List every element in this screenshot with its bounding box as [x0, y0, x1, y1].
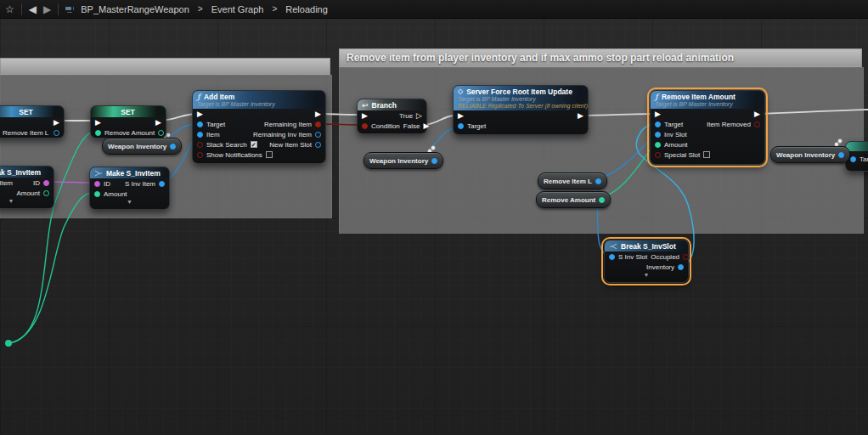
- pin-occupied[interactable]: [683, 254, 689, 260]
- pin-condition[interactable]: [362, 123, 368, 129]
- node-server-force-root-item-update[interactable]: Server Force Root Item Update Target is …: [453, 85, 589, 135]
- toolbar-divider: [21, 3, 22, 15]
- break-struct-icon: [609, 243, 617, 250]
- pin-remove-item-l[interactable]: [595, 178, 601, 184]
- blueprint-event-graph: BP_MasterRangeWeapon > Event Graph > Rel…: [0, 0, 868, 435]
- collapse-arrow-icon[interactable]: [90, 199, 169, 207]
- exec-in-pin[interactable]: [362, 112, 368, 120]
- id-wire: [48, 182, 93, 183]
- pin-target[interactable]: [850, 156, 856, 162]
- blueprint-graph-icon: [65, 6, 74, 13]
- collapse-arrow-icon[interactable]: [605, 272, 688, 280]
- node-title: Break S_InvItem: [0, 168, 41, 177]
- pin-target[interactable]: [197, 121, 203, 127]
- false-exec-pin[interactable]: [423, 122, 429, 130]
- branch-icon: [362, 101, 369, 110]
- pin-id-out[interactable]: [43, 180, 49, 186]
- function-icon: [655, 93, 658, 101]
- node-subtitle: Target is BP Master Inventory: [197, 101, 320, 108]
- pin-inventory[interactable]: [678, 264, 684, 270]
- node-remove-item-amount[interactable]: Remove Item Amount Target is BP Master I…: [650, 90, 765, 165]
- node-subtitle: Target is BP Master Inventory: [458, 96, 583, 103]
- node-title: Remove Item Amount: [662, 93, 736, 101]
- node-title: Server Force Root Item Update: [466, 88, 572, 96]
- pin-remaining-item[interactable]: [315, 121, 321, 127]
- breadcrumb-event-graph[interactable]: Event Graph: [211, 4, 264, 14]
- pin-weapon-inventory[interactable]: [170, 144, 176, 150]
- node-make-s-invitem[interactable]: Make S_InvItem ID S Inv Item Amount: [89, 167, 170, 210]
- server-rpc-icon: [458, 88, 463, 96]
- pill-weapon-inventory[interactable]: Weapon Inventory: [102, 138, 182, 155]
- stack-search-checkbox[interactable]: [251, 141, 257, 148]
- exec-in-pin[interactable]: [458, 112, 464, 120]
- pill-weapon-inventory[interactable]: Weapon Inventory: [364, 152, 443, 169]
- node-title: SET: [91, 106, 166, 117]
- pill-remove-item-l[interactable]: Remove Item L: [538, 172, 607, 189]
- wire-layer: [0, 0, 868, 435]
- special-slot-checkbox[interactable]: [703, 151, 710, 158]
- make-struct-icon: [94, 170, 103, 177]
- pin-remaining-inv-item[interactable]: [315, 132, 321, 138]
- pin-amount-out[interactable]: [43, 190, 49, 196]
- pin-weapon-inventory[interactable]: [838, 152, 844, 158]
- node-branch[interactable]: Branch True Condition False: [357, 99, 427, 134]
- pin-target[interactable]: [655, 121, 661, 127]
- pin-output-value[interactable]: [54, 130, 59, 136]
- breadcrumb-toolbar: BP_MasterRangeWeapon > Event Graph > Rel…: [0, 0, 868, 19]
- collapse-arrow-icon[interactable]: [0, 198, 54, 206]
- exec-out-pin[interactable]: [54, 119, 59, 127]
- show-notifications-checkbox[interactable]: [266, 151, 273, 158]
- node-set-remove-amount[interactable]: SET Remove Amount: [90, 105, 166, 138]
- pin-item[interactable]: [197, 132, 203, 138]
- breadcrumb-separator: >: [270, 4, 279, 14]
- node-add-item[interactable]: Add Item Target is BP Master Inventory T…: [192, 90, 326, 164]
- exec-out-pin[interactable]: [754, 110, 760, 118]
- pin-output-value[interactable]: [158, 130, 164, 136]
- breadcrumb-blueprint[interactable]: BP_MasterRangeWeapon: [81, 4, 189, 14]
- exec-out-pin[interactable]: [315, 110, 321, 118]
- int-wires: [8, 131, 654, 343]
- pin-remove-amount[interactable]: [599, 197, 605, 203]
- reroute-node-green: [5, 340, 12, 347]
- node-title: Branch: [372, 101, 397, 110]
- bookmark-star-icon[interactable]: [5, 4, 14, 14]
- toolbar-divider: [58, 3, 59, 15]
- pin-inv-slot[interactable]: [655, 132, 661, 138]
- exec-in-pin[interactable]: [95, 119, 101, 127]
- pin-s-inv-slot[interactable]: [609, 254, 615, 260]
- breadcrumb-reloading[interactable]: Reloading: [285, 4, 328, 14]
- exec-in-pin[interactable]: [197, 110, 203, 118]
- function-icon: [197, 93, 200, 101]
- node-break-s-invslot[interactable]: Break S_InvSlot S Inv Slot Occupied Inve…: [604, 240, 689, 283]
- pin-special-slot[interactable]: [655, 152, 661, 158]
- pin-weapon-inventory[interactable]: [431, 158, 437, 164]
- node-title: Break S_InvSlot: [621, 242, 676, 251]
- node-title: Add Item: [204, 93, 234, 101]
- forward-arrow-icon[interactable]: [43, 4, 51, 14]
- pin-item-removed[interactable]: [754, 121, 760, 127]
- node-title: SET: [0, 106, 64, 117]
- pin-show-notifications[interactable]: [197, 152, 203, 158]
- node-subtitle-replication: RELIABLE Replicated To Server (if owning…: [458, 103, 583, 110]
- node-subtitle: Target is BP Master Inventory: [655, 101, 759, 108]
- pin-id-in[interactable]: [94, 181, 100, 187]
- pill-remove-amount[interactable]: Remove Amount: [536, 191, 611, 208]
- breadcrumb-separator: >: [196, 4, 205, 14]
- pin-stack-search[interactable]: [197, 142, 203, 148]
- pin-amount-in[interactable]: [94, 191, 100, 197]
- back-arrow-icon[interactable]: [29, 4, 37, 14]
- pin-new-item-slot[interactable]: [315, 142, 321, 148]
- pin-amount[interactable]: [655, 142, 661, 148]
- pin-remove-amount[interactable]: [95, 130, 101, 136]
- node-title: Make S_InvItem: [106, 169, 161, 178]
- pin-target[interactable]: [458, 123, 464, 129]
- node-break-s-invitem[interactable]: Break S_InvItem S Inv Item ID Amount: [0, 166, 54, 209]
- pill-weapon-inventory[interactable]: Weapon Inventory: [770, 146, 850, 163]
- pin-s-inv-item-out[interactable]: [159, 181, 165, 187]
- node-set-remove-item-l[interactable]: SET Remove Item L: [0, 105, 65, 138]
- exec-in-pin[interactable]: [655, 110, 661, 118]
- exec-out-pin[interactable]: [578, 112, 583, 120]
- exec-out-pin[interactable]: [155, 119, 161, 127]
- true-exec-pin[interactable]: [416, 112, 422, 120]
